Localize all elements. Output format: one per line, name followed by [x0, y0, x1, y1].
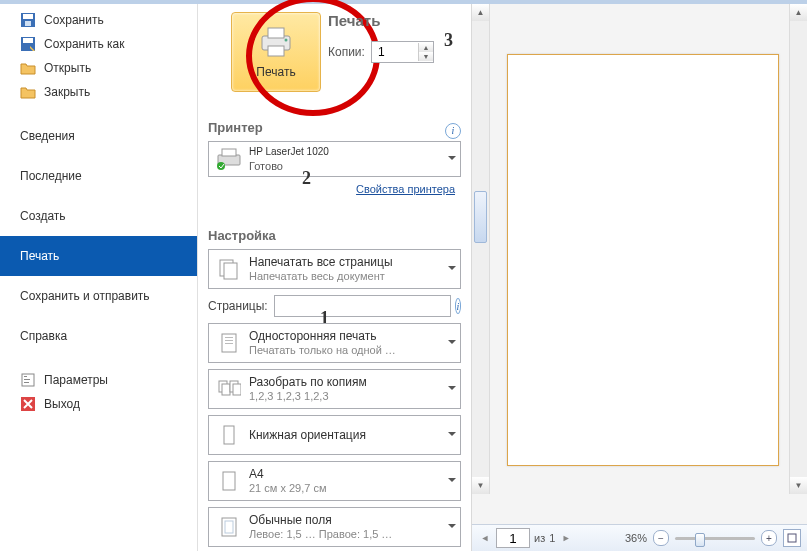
- settings-scrollbar[interactable]: ▲ ▼: [472, 4, 490, 494]
- zoom-out-button[interactable]: −: [653, 530, 669, 546]
- sidebar-label: Сохранить как: [44, 37, 124, 51]
- sidebar-item-save-send[interactable]: Сохранить и отправить: [0, 276, 197, 316]
- zoom-slider[interactable]: [675, 537, 755, 540]
- app-window: Сохранить Сохранить как Открыть Закрыть …: [0, 0, 807, 551]
- annotation-3: 3: [444, 30, 453, 51]
- scroll-thumb[interactable]: [474, 191, 487, 243]
- printer-small-icon: [215, 145, 243, 173]
- scroll-down-icon[interactable]: ▼: [790, 477, 807, 494]
- printer-icon: [258, 26, 294, 61]
- chevron-down-icon: [448, 156, 456, 164]
- sidebar-item-save-as[interactable]: Сохранить как: [0, 32, 197, 56]
- copies-spinner[interactable]: ▲▼: [371, 41, 434, 63]
- sidebar-label: Сохранить: [44, 13, 104, 27]
- zoom-in-button[interactable]: +: [761, 530, 777, 546]
- svg-rect-22: [225, 343, 233, 344]
- svg-rect-31: [788, 534, 796, 542]
- sides-dropdown[interactable]: Односторонняя печатьПечатать только на о…: [208, 323, 461, 363]
- zoom-slider-thumb[interactable]: [695, 533, 705, 547]
- svg-rect-8: [24, 382, 29, 383]
- pages-input[interactable]: [274, 295, 451, 317]
- prev-page-button[interactable]: ◄: [478, 531, 492, 545]
- print-header-title: Печать: [328, 12, 434, 29]
- chevron-down-icon: [448, 524, 456, 532]
- page-sep-label: из: [534, 532, 545, 544]
- spin-up-icon[interactable]: ▲: [418, 43, 433, 52]
- next-page-button[interactable]: ►: [559, 531, 573, 545]
- sidebar-item-recent[interactable]: Последние: [0, 156, 197, 196]
- collate-dropdown[interactable]: Разобрать по копиям1,2,3 1,2,3 1,2,3: [208, 369, 461, 409]
- chevron-down-icon: [448, 386, 456, 394]
- print-settings-panel: Печать Печать Копии: ▲▼ 3: [198, 4, 471, 551]
- sidebar-item-save[interactable]: Сохранить: [0, 8, 197, 32]
- orientation-dropdown[interactable]: Книжная ориентация: [208, 415, 461, 455]
- printer-section-title: Принтер: [208, 120, 263, 135]
- sidebar-label: Закрыть: [44, 85, 90, 99]
- svg-rect-18: [224, 263, 237, 279]
- svg-rect-15: [222, 149, 236, 156]
- copies-input[interactable]: [372, 44, 418, 60]
- info-icon[interactable]: i: [445, 123, 461, 139]
- info-icon[interactable]: i: [455, 298, 461, 314]
- svg-rect-11: [268, 28, 284, 38]
- annotation-2: 2: [302, 168, 311, 189]
- svg-rect-12: [268, 46, 284, 56]
- svg-rect-4: [23, 38, 33, 43]
- print-preview-panel: ▲ ▼ ▲ ▼ ◄ из 1 ► 36% −: [471, 4, 807, 551]
- printer-dropdown[interactable]: HP LaserJet 1020 Готово: [208, 141, 461, 177]
- sidebar-item-help[interactable]: Справка: [0, 316, 197, 356]
- sidebar-item-open[interactable]: Открыть: [0, 56, 197, 80]
- svg-rect-6: [24, 376, 27, 377]
- sidebar-item-options[interactable]: Параметры: [0, 368, 197, 392]
- margins-dropdown[interactable]: Обычные поляЛевое: 1,5 … Правое: 1,5 …: [208, 507, 461, 547]
- backstage-view: Сохранить Сохранить как Открыть Закрыть …: [0, 4, 807, 551]
- sidebar-label: Выход: [44, 397, 80, 411]
- folder-close-icon: [20, 84, 36, 100]
- all-pages-icon: [215, 255, 243, 283]
- preview-status-bar: ◄ из 1 ► 36% − +: [472, 524, 807, 551]
- chevron-down-icon: [448, 340, 456, 348]
- settings-section-title: Настройка: [208, 228, 461, 243]
- svg-rect-27: [224, 426, 234, 444]
- printer-name: HP LaserJet 1020: [249, 145, 329, 159]
- sidebar-item-exit[interactable]: Выход: [0, 392, 197, 416]
- scroll-up-icon[interactable]: ▲: [790, 4, 807, 21]
- sidebar-item-info[interactable]: Сведения: [0, 116, 197, 156]
- svg-rect-1: [23, 14, 33, 19]
- svg-rect-26: [233, 384, 241, 395]
- spin-down-icon[interactable]: ▼: [418, 52, 433, 61]
- paper-size-dropdown[interactable]: A421 см x 29,7 см: [208, 461, 461, 501]
- fit-to-page-button[interactable]: [783, 529, 801, 547]
- print-scope-dropdown[interactable]: Напечатать все страницыНапечатать весь д…: [208, 249, 461, 289]
- svg-rect-7: [24, 379, 30, 380]
- options-icon: [20, 372, 36, 388]
- save-as-icon: [20, 36, 36, 52]
- svg-point-16: [217, 162, 225, 170]
- margins-icon: [215, 513, 243, 541]
- chevron-down-icon: [448, 266, 456, 274]
- print-button-label: Печать: [256, 65, 295, 79]
- sidebar-item-print[interactable]: Печать: [0, 236, 197, 276]
- print-button[interactable]: Печать: [231, 12, 321, 92]
- folder-open-icon: [20, 60, 36, 76]
- scroll-up-icon[interactable]: ▲: [472, 4, 489, 21]
- page-preview: [507, 54, 779, 466]
- page-number-input[interactable]: [496, 528, 530, 548]
- copies-label: Копии:: [328, 45, 365, 59]
- printer-properties-link[interactable]: Свойства принтера: [208, 183, 455, 195]
- printer-status: Готово: [249, 159, 329, 173]
- one-side-icon: [215, 329, 243, 357]
- sidebar-item-close[interactable]: Закрыть: [0, 80, 197, 104]
- scroll-down-icon[interactable]: ▼: [472, 477, 489, 494]
- paper-icon: [215, 467, 243, 495]
- sidebar-label: Открыть: [44, 61, 91, 75]
- zoom-percent-label[interactable]: 36%: [625, 532, 647, 544]
- sidebar-item-new[interactable]: Создать: [0, 196, 197, 236]
- chevron-down-icon: [448, 432, 456, 440]
- preview-scrollbar[interactable]: ▲ ▼: [789, 4, 807, 494]
- sidebar-label: Параметры: [44, 373, 108, 387]
- svg-rect-2: [25, 21, 31, 26]
- portrait-icon: [215, 421, 243, 449]
- svg-rect-20: [225, 337, 233, 338]
- backstage-sidebar: Сохранить Сохранить как Открыть Закрыть …: [0, 4, 198, 551]
